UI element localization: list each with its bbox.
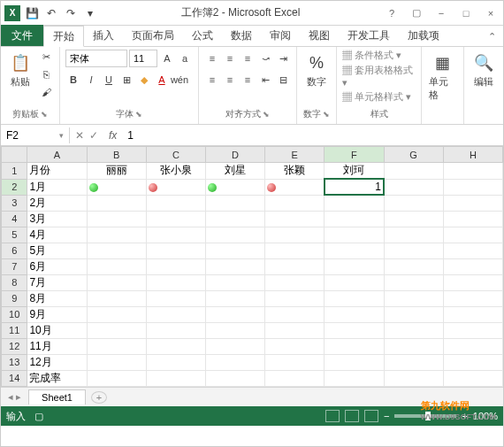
col-header-D[interactable]: D <box>205 147 264 163</box>
cell-F13[interactable] <box>325 354 384 370</box>
cell-G10[interactable] <box>384 306 443 322</box>
cell-D9[interactable] <box>205 290 264 306</box>
page-break-view-icon[interactable] <box>364 410 378 422</box>
cell-A2[interactable]: 1月 <box>27 179 87 195</box>
cell-D11[interactable] <box>205 322 264 338</box>
cell-C8[interactable] <box>146 274 205 290</box>
cell-F6[interactable] <box>325 243 384 258</box>
formula-input[interactable]: 1 <box>122 127 503 143</box>
cell-A15[interactable] <box>27 386 87 387</box>
underline-icon[interactable]: U <box>101 72 117 88</box>
tab-review[interactable]: 审阅 <box>261 25 300 46</box>
cell-D10[interactable] <box>205 306 264 322</box>
name-box[interactable]: F2▾ <box>1 127 70 143</box>
cell-H11[interactable] <box>443 322 502 338</box>
cell-A7[interactable]: 6月 <box>27 258 87 274</box>
cell-G9[interactable] <box>384 290 443 306</box>
row-header-15[interactable]: 15 <box>2 386 27 387</box>
phonetic-icon[interactable]: wén <box>172 72 187 88</box>
cell-F1[interactable]: 刘珂 <box>325 163 384 180</box>
cell-A13[interactable]: 12月 <box>27 354 87 370</box>
row-header-7[interactable]: 7 <box>2 258 27 274</box>
cell-styles-button[interactable]: ▦ 单元格样式 ▾ <box>342 90 411 104</box>
cell-G12[interactable] <box>384 338 443 354</box>
cell-E12[interactable] <box>265 338 325 354</box>
cancel-formula-icon[interactable]: ✕ <box>75 129 84 142</box>
normal-view-icon[interactable] <box>325 410 340 422</box>
cell-H13[interactable] <box>443 354 502 370</box>
add-sheet-icon[interactable]: + <box>91 391 107 404</box>
cell-E2[interactable] <box>265 179 325 195</box>
cell-A4[interactable]: 3月 <box>27 211 87 227</box>
cell-H6[interactable] <box>443 243 502 258</box>
align-top-icon[interactable]: ≡ <box>204 50 220 66</box>
cell-D5[interactable] <box>205 227 264 243</box>
cell-F10[interactable] <box>325 306 384 322</box>
cell-D2[interactable] <box>205 179 264 195</box>
cell-B3[interactable] <box>87 195 146 211</box>
cell-B1[interactable]: 丽丽 <box>87 163 146 180</box>
cell-G5[interactable] <box>384 227 443 243</box>
cell-G1[interactable] <box>384 163 443 180</box>
cell-F8[interactable] <box>325 274 384 290</box>
cell-B11[interactable] <box>87 322 146 338</box>
shrink-font-icon[interactable]: a <box>177 50 193 66</box>
cell-D8[interactable] <box>205 274 264 290</box>
cell-E3[interactable] <box>265 195 325 211</box>
cell-G6[interactable] <box>384 243 443 258</box>
cell-F9[interactable] <box>325 290 384 306</box>
help-icon[interactable]: ? <box>383 6 401 20</box>
cell-F12[interactable] <box>325 338 384 354</box>
cell-D15[interactable] <box>205 386 264 387</box>
grow-font-icon[interactable]: A <box>159 50 175 66</box>
row-header-5[interactable]: 5 <box>2 227 27 243</box>
col-header-A[interactable]: A <box>27 147 87 163</box>
cell-H15[interactable] <box>443 386 502 387</box>
row-header-3[interactable]: 3 <box>2 195 27 211</box>
number-format-button[interactable]: % 数字 <box>302 49 331 90</box>
zoom-out-icon[interactable]: − <box>384 411 389 421</box>
cell-B12[interactable] <box>87 338 146 354</box>
cell-G15[interactable] <box>384 386 443 387</box>
cell-F5[interactable] <box>325 227 384 243</box>
select-all-corner[interactable] <box>2 147 27 163</box>
cell-H3[interactable] <box>443 195 502 211</box>
cell-B4[interactable] <box>87 211 146 227</box>
redo-icon[interactable]: ↷ <box>63 5 79 21</box>
cell-G13[interactable] <box>384 354 443 370</box>
row-header-14[interactable]: 14 <box>2 370 27 386</box>
sheet-nav[interactable]: ◂ ▸ <box>1 391 28 403</box>
align-middle-icon[interactable]: ≡ <box>222 50 238 66</box>
cell-D7[interactable] <box>205 258 264 274</box>
tab-addins[interactable]: 加载项 <box>399 25 448 46</box>
cell-H4[interactable] <box>443 211 502 227</box>
cell-C15[interactable] <box>146 386 205 387</box>
clipboard-dialog-icon[interactable]: ⬊ <box>41 110 48 119</box>
align-center-icon[interactable]: ≡ <box>222 72 238 88</box>
cell-B5[interactable] <box>87 227 146 243</box>
tab-formulas[interactable]: 公式 <box>183 25 222 46</box>
cells-button[interactable]: ▦ 单元格 <box>427 49 458 104</box>
cell-D6[interactable] <box>205 243 264 258</box>
qat-dropdown-icon[interactable]: ▾ <box>82 5 98 21</box>
cell-B6[interactable] <box>87 243 146 258</box>
row-header-12[interactable]: 12 <box>2 338 27 354</box>
cell-A3[interactable]: 2月 <box>27 195 87 211</box>
cell-B9[interactable] <box>87 290 146 306</box>
row-header-9[interactable]: 9 <box>2 290 27 306</box>
cell-D3[interactable] <box>205 195 264 211</box>
cell-F11[interactable] <box>325 322 384 338</box>
cell-A6[interactable]: 5月 <box>27 243 87 258</box>
tab-developer[interactable]: 开发工具 <box>339 25 399 46</box>
maximize-icon[interactable]: □ <box>457 6 475 20</box>
cell-H5[interactable] <box>443 227 502 243</box>
row-header-1[interactable]: 1 <box>2 163 27 180</box>
font-name-select[interactable] <box>65 50 127 67</box>
cell-A9[interactable]: 8月 <box>27 290 87 306</box>
worksheet-grid[interactable]: ABCDEFGH1月份丽丽张小泉刘星张颖刘珂21月132月43月54月65月76… <box>1 146 503 387</box>
tab-layout[interactable]: 页面布局 <box>123 25 183 46</box>
tab-view[interactable]: 视图 <box>300 25 339 46</box>
cell-G3[interactable] <box>384 195 443 211</box>
cell-C9[interactable] <box>146 290 205 306</box>
cell-E9[interactable] <box>265 290 325 306</box>
